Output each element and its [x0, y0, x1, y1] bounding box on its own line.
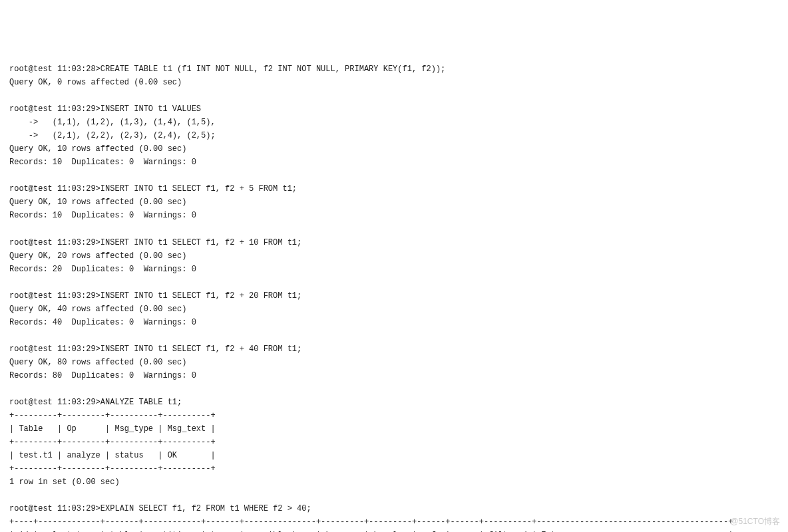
- terminal-line: [9, 276, 779, 289]
- terminal-line: +---------+---------+----------+--------…: [9, 409, 779, 422]
- terminal-line: root@test 11:03:29>INSERT INTO t1 SELECT…: [9, 289, 779, 303]
- terminal-line: Query OK, 80 rows affected (0.00 sec): [9, 356, 779, 369]
- terminal-line: Records: 40 Duplicates: 0 Warnings: 0: [9, 316, 779, 329]
- terminal-line: -> (1,1), (1,2), (1,3), (1,4), (1,5),: [9, 116, 779, 129]
- terminal-line: Records: 10 Duplicates: 0 Warnings: 0: [9, 156, 779, 169]
- terminal-line: root@test 11:03:29>INSERT INTO t1 VALUES: [9, 102, 779, 116]
- terminal-line: [9, 223, 779, 236]
- terminal-line: +---------+---------+----------+--------…: [9, 462, 779, 475]
- terminal-line: [9, 382, 779, 396]
- terminal-line: 1 row in set (0.00 sec): [9, 475, 779, 489]
- terminal-line: Query OK, 10 rows affected (0.00 sec): [9, 196, 779, 209]
- terminal-line: [9, 169, 779, 182]
- terminal-line: [9, 89, 779, 102]
- terminal-line: +---------+---------+----------+--------…: [9, 436, 779, 449]
- terminal-line: Records: 10 Duplicates: 0 Warnings: 0: [9, 209, 779, 222]
- terminal-line: -> (2,1), (2,2), (2,3), (2,4), (2,5);: [9, 129, 779, 142]
- terminal-line: | id | select_type | table | partitions …: [9, 529, 779, 532]
- terminal-line: root@test 11:03:28>CREATE TABLE t1 (f1 I…: [9, 63, 779, 76]
- terminal-line: Query OK, 0 rows affected (0.00 sec): [9, 76, 779, 89]
- terminal-line: root@test 11:03:29>INSERT INTO t1 SELECT…: [9, 342, 779, 356]
- terminal-line: Records: 20 Duplicates: 0 Warnings: 0: [9, 263, 779, 276]
- terminal-line: root@test 11:03:29>INSERT INTO t1 SELECT…: [9, 236, 779, 249]
- terminal-line: Records: 80 Duplicates: 0 Warnings: 0: [9, 369, 779, 382]
- terminal-line: root@test 11:03:29>INSERT INTO t1 SELECT…: [9, 182, 779, 196]
- terminal-output: root@test 11:03:28>CREATE TABLE t1 (f1 I…: [9, 63, 779, 532]
- terminal-line: Query OK, 40 rows affected (0.00 sec): [9, 303, 779, 316]
- terminal-line: +----+-------------+-------+------------…: [9, 515, 779, 529]
- terminal-line: [9, 489, 779, 502]
- terminal-line: root@test 11:03:29>ANALYZE TABLE t1;: [9, 396, 779, 409]
- terminal-line: | test.t1 | analyze | status | OK |: [9, 449, 779, 462]
- terminal-line: [9, 329, 779, 342]
- terminal-line: root@test 11:03:29>EXPLAIN SELECT f1, f2…: [9, 502, 779, 515]
- terminal-line: Query OK, 10 rows affected (0.00 sec): [9, 142, 779, 156]
- terminal-line: Query OK, 20 rows affected (0.00 sec): [9, 249, 779, 263]
- terminal-line: | Table | Op | Msg_type | Msg_text |: [9, 422, 779, 436]
